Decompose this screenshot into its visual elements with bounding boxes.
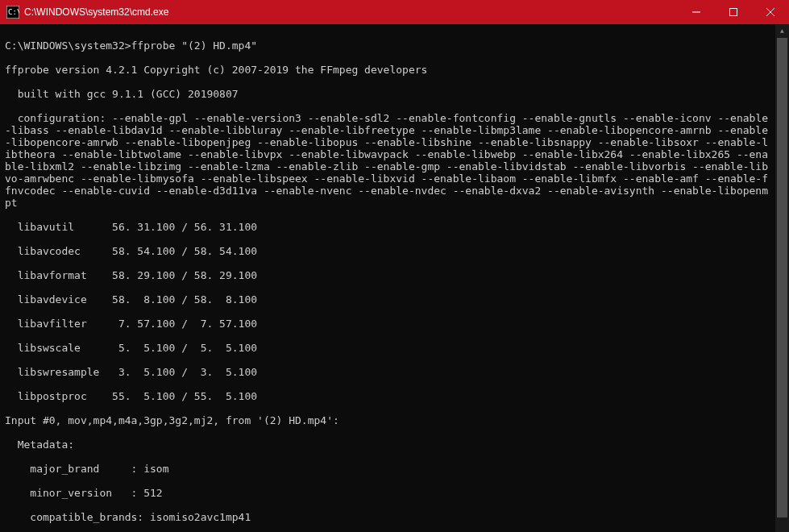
window-controls — [678, 0, 789, 24]
cmd-icon: C:\ — [6, 6, 19, 19]
svg-text:C:\: C:\ — [8, 8, 19, 16]
vertical-scrollbar[interactable]: ▲ ▼ — [775, 24, 789, 532]
output-line: libavfilter 7. 57.100 / 7. 57.100 — [5, 318, 770, 330]
output-line: libavdevice 58. 8.100 / 58. 8.100 — [5, 293, 770, 305]
output-line: major_brand : isom — [5, 463, 770, 475]
scrollbar-thumb[interactable] — [777, 38, 787, 517]
output-line: libavcodec 58. 54.100 / 58. 54.100 — [5, 245, 770, 257]
output-line: minor_version : 512 — [5, 487, 770, 499]
command-text: ffprobe "(2) HD.mp4" — [131, 39, 258, 52]
prompt: C:\WINDOWS\system32> — [5, 39, 131, 52]
output-line: libpostproc 55. 5.100 / 55. 5.100 — [5, 390, 770, 402]
output-line: libswresample 3. 5.100 / 3. 5.100 — [5, 366, 770, 378]
output-line: configuration: --enable-gpl --enable-ver… — [5, 112, 770, 209]
cmd-window: C:\ C:\WINDOWS\system32\cmd.exe C:\WINDO… — [0, 0, 789, 532]
scroll-up-icon[interactable]: ▲ — [775, 24, 789, 38]
output-line: Input #0, mov,mp4,m4a,3gp,3g2,mj2, from … — [5, 414, 770, 426]
terminal-output[interactable]: C:\WINDOWS\system32>ffprobe "(2) HD.mp4"… — [0, 24, 775, 532]
maximize-button[interactable] — [715, 0, 752, 24]
output-line: libavformat 58. 29.100 / 58. 29.100 — [5, 269, 770, 281]
content-area: C:\WINDOWS\system32>ffprobe "(2) HD.mp4"… — [0, 24, 789, 532]
titlebar[interactable]: C:\ C:\WINDOWS\system32\cmd.exe — [0, 0, 789, 24]
output-line: ffprobe version 4.2.1 Copyright (c) 2007… — [5, 64, 770, 76]
window-title: C:\WINDOWS\system32\cmd.exe — [24, 6, 678, 18]
output-line: libavutil 56. 31.100 / 56. 31.100 — [5, 221, 770, 233]
close-button[interactable] — [752, 0, 789, 24]
output-line: Metadata: — [5, 438, 770, 451]
output-line: built with gcc 9.1.1 (GCC) 20190807 — [5, 88, 770, 100]
output-line: libswscale 5. 5.100 / 5. 5.100 — [5, 342, 770, 354]
svg-rect-3 — [730, 9, 737, 16]
output-line: compatible_brands: isomiso2avc1mp41 — [5, 511, 770, 523]
minimize-button[interactable] — [678, 0, 715, 24]
